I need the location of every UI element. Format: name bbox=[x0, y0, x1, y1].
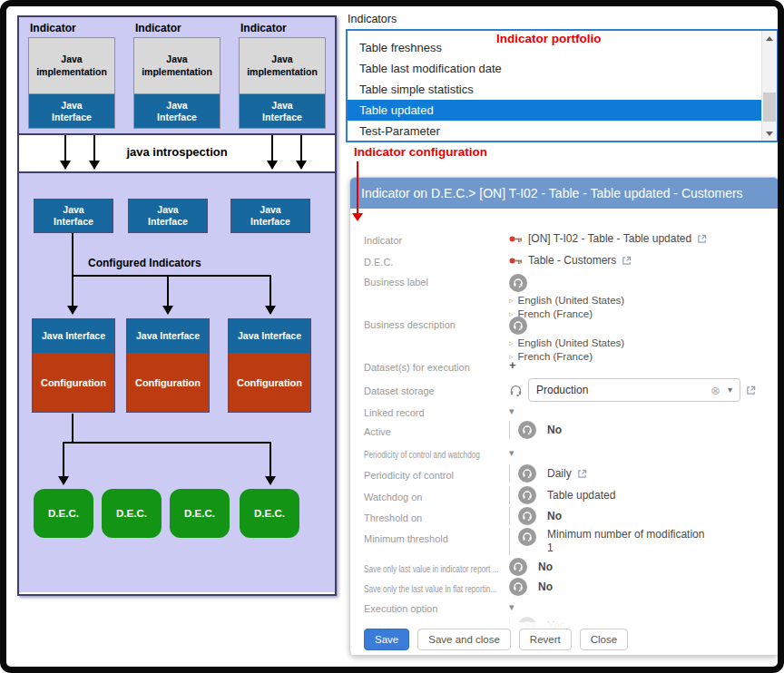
field-label: D.E.C. bbox=[364, 254, 509, 268]
expand-triangle-icon[interactable]: ▹ bbox=[509, 339, 514, 347]
group-label: Execution option bbox=[364, 600, 509, 614]
form-row-indicator: Indicator [ON] T-I02 - Table - Table upd… bbox=[364, 232, 771, 246]
configured-indicators-label: Configured Indicators bbox=[88, 257, 201, 269]
java-interface-box: Java Interface bbox=[134, 94, 220, 128]
indicator-form: Indicator on D.E.C.> [ON] T-I02 - Table … bbox=[349, 177, 779, 656]
red-arrow bbox=[357, 161, 358, 214]
field-label: Threshold on bbox=[364, 507, 509, 523]
field-label: Dataset storage bbox=[364, 378, 509, 396]
java-interface-box: Java Interface bbox=[33, 319, 114, 353]
form-title: Indicator on D.E.C.> [ON] T-I02 - Table … bbox=[350, 178, 779, 209]
form-row-periodicity-of-control: Periodicity of control Daily bbox=[364, 464, 771, 483]
external-link-icon[interactable] bbox=[746, 385, 756, 395]
configured-indicators-panel: Java Interface Java Interface Java Inter… bbox=[19, 171, 335, 592]
field-label: Business label bbox=[364, 274, 509, 288]
form-row-dec: D.E.C. Table - Customers bbox=[364, 254, 771, 268]
form-row-save-last-indicator-report: Save only last value in indicator report… bbox=[364, 558, 771, 576]
java-introspection-label: java introspection bbox=[19, 145, 335, 159]
java-interface-box: Java Interface bbox=[127, 319, 209, 353]
chevron-down-icon[interactable]: ▾ bbox=[728, 385, 732, 395]
form-row-minimum-threshold: Minimum threshold Minimum number of modi… bbox=[364, 528, 771, 555]
list-item-selected[interactable]: Table updated bbox=[348, 100, 761, 121]
external-link-icon[interactable] bbox=[577, 469, 587, 479]
configuration-box: Configuration bbox=[229, 353, 310, 412]
java-interface-box: Java Interface bbox=[230, 199, 310, 233]
list-item[interactable]: Table simple statistics bbox=[348, 79, 761, 100]
configured-indicator-unit: Java Interface Configuration bbox=[32, 318, 115, 413]
field-value: Minimum number of modification bbox=[547, 528, 704, 541]
java-interface-box: Java Interface bbox=[128, 199, 208, 233]
close-button[interactable]: Close bbox=[580, 629, 628, 650]
field-label: Save only the last value in flat reporti… bbox=[364, 578, 473, 594]
field-value: No bbox=[538, 580, 553, 593]
form-row-execution-option[interactable]: Execution option ▾ bbox=[364, 600, 771, 614]
expand-triangle-icon[interactable]: ▹ bbox=[509, 297, 514, 305]
indicator-unit-title: Indicator bbox=[240, 22, 326, 34]
field-label: Business description bbox=[364, 317, 509, 330]
locale-row[interactable]: ▹English (United States) bbox=[509, 337, 624, 348]
external-link-icon[interactable] bbox=[622, 256, 632, 266]
arrow-down bbox=[270, 442, 271, 476]
field-label: Save only last value in indicator report… bbox=[364, 558, 473, 574]
external-link-icon[interactable] bbox=[697, 234, 707, 244]
list-item[interactable]: Table last modification date bbox=[348, 58, 761, 79]
form-row-business-label: Business label ▹English (United States) … bbox=[364, 274, 771, 319]
arrow-down bbox=[72, 275, 74, 306]
indicator-unit: Indicator Java implementation Java Inter… bbox=[239, 20, 326, 133]
chevron-down-icon[interactable]: ▾ bbox=[509, 600, 514, 612]
indicator-unit-title: Indicator bbox=[135, 22, 220, 34]
java-implementation-box: Java implementation bbox=[29, 38, 114, 94]
form-row-dataset-storage: Dataset storage Production ⊗ ▾ bbox=[364, 378, 771, 402]
scrollbar-thumb[interactable] bbox=[763, 93, 776, 122]
configuration-box: Configuration bbox=[33, 353, 114, 412]
field-value: No bbox=[538, 561, 553, 573]
configuration-box: Configuration bbox=[127, 353, 209, 412]
add-icon[interactable]: + bbox=[509, 359, 516, 371]
indicators-listbox[interactable]: Table freshness Table last modification … bbox=[346, 29, 779, 142]
revert-button[interactable]: Revert bbox=[519, 629, 572, 650]
form-row-watchdog-on: Watchdog on Table updated bbox=[364, 486, 771, 504]
inherited-value-icon bbox=[509, 578, 527, 596]
arrow-down bbox=[270, 275, 271, 306]
field-label: Watchdog on bbox=[364, 486, 509, 502]
form-row-periodicity-group[interactable]: Periodicity of control and watchdog ▾ bbox=[364, 446, 771, 460]
dataset-storage-combobox[interactable]: Production ⊗ ▾ bbox=[528, 378, 740, 402]
field-value: No bbox=[547, 510, 562, 522]
scroll-up-icon[interactable] bbox=[762, 31, 777, 45]
form-row-save-last-flat-reporting: Save only the last value in flat reporti… bbox=[364, 578, 771, 596]
arrow-down bbox=[167, 275, 169, 306]
java-interface-box: Java Interface bbox=[229, 319, 310, 353]
combobox-value: Production bbox=[536, 384, 588, 396]
inherited-value-icon bbox=[518, 486, 536, 504]
java-interface-box: Java Interface bbox=[34, 199, 113, 233]
chevron-down-icon[interactable]: ▾ bbox=[509, 446, 514, 458]
save-button[interactable]: Save bbox=[364, 629, 409, 650]
group-label: Linked record bbox=[364, 405, 509, 418]
save-and-close-button[interactable]: Save and close bbox=[417, 629, 511, 650]
headset-icon bbox=[509, 384, 523, 397]
indicators-list-label: Indicators bbox=[348, 13, 397, 25]
scroll-down-icon[interactable] bbox=[762, 126, 777, 141]
field-value: [ON] T-I02 - Table - Table updated bbox=[528, 232, 691, 245]
field-label: Minimum threshold bbox=[364, 528, 509, 544]
inherited-value-icon bbox=[509, 317, 527, 335]
java-interface-box: Java Interface bbox=[240, 94, 325, 128]
inherited-value-icon bbox=[518, 507, 536, 525]
inherited-value-icon bbox=[518, 528, 536, 546]
form-row-linked-record[interactable]: Linked record ▾ bbox=[364, 405, 771, 418]
inherited-value-icon bbox=[518, 421, 536, 439]
locale-row[interactable]: ▹English (United States) bbox=[509, 295, 624, 306]
java-implementation-box: Java implementation bbox=[134, 38, 220, 94]
clear-icon[interactable]: ⊗ bbox=[710, 385, 720, 396]
configured-indicator-unit: Java Interface Configuration bbox=[228, 318, 311, 413]
group-label: Periodicity of control and watchdog bbox=[364, 446, 473, 460]
dec-box: D.E.C. bbox=[102, 489, 162, 538]
screenshot-frame: Indicator Java implementation Java Inter… bbox=[0, 0, 784, 673]
chevron-down-icon[interactable]: ▾ bbox=[509, 405, 514, 416]
indicator-configuration-annotation: Indicator configuration bbox=[354, 145, 487, 159]
field-value: Table - Customers bbox=[528, 254, 616, 267]
introspection-band: java introspection bbox=[19, 135, 335, 171]
list-item[interactable]: Test-Parameter bbox=[348, 121, 761, 141]
scrollbar[interactable] bbox=[761, 31, 777, 141]
dec-box: D.E.C. bbox=[240, 489, 299, 538]
